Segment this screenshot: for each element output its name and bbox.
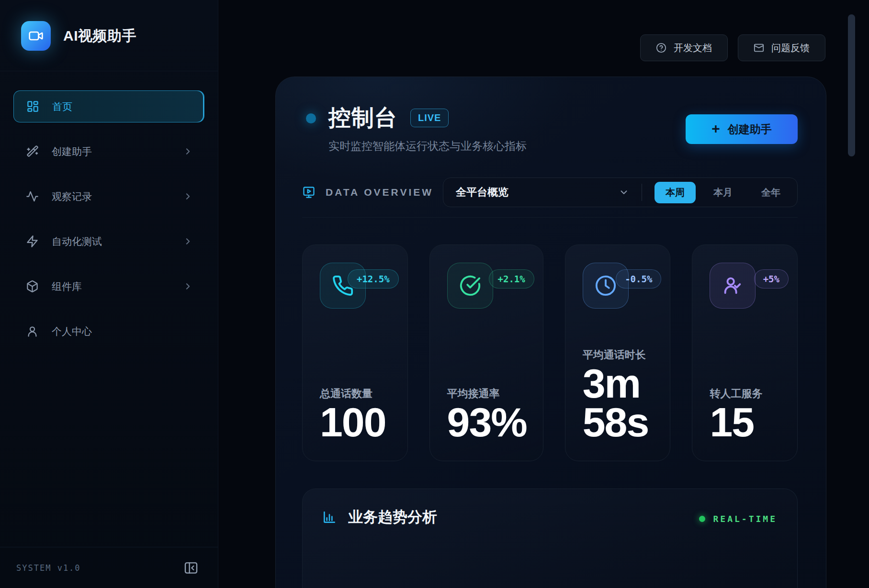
sidebar-item-label: 组件库 xyxy=(52,280,82,293)
sidebar-item-observation-records[interactable]: 观察记录 xyxy=(13,180,204,212)
realtime-dot xyxy=(699,516,705,522)
help-circle-icon xyxy=(656,43,666,53)
console-header: 控制台 LIVE 实时监控智能体运行状态与业务核心指标 + 创建助手 xyxy=(302,103,798,154)
sidebar: AI视频助手 首页 创建助手 观察记录 xyxy=(0,0,218,588)
feedback-label: 问题反馈 xyxy=(771,42,810,55)
stat-value: 15 xyxy=(710,403,781,442)
live-badge: LIVE xyxy=(410,109,449,127)
sidebar-footer: SYSTEM v1.0 xyxy=(0,547,218,588)
overview-controls: 全平台概览 本周 本月 全年 xyxy=(443,178,798,207)
chevron-down-icon[interactable] xyxy=(619,187,629,198)
sidebar-item-home[interactable]: 首页 xyxy=(13,90,204,122)
sidebar-item-label: 个人中心 xyxy=(52,325,92,338)
delta-badge: +2.1% xyxy=(489,269,534,288)
tab-this-year[interactable]: 全年 xyxy=(750,182,791,203)
top-actions: 开发文档 问题反馈 xyxy=(640,34,825,61)
stat-value-line2: 58s xyxy=(583,403,654,442)
stat-value: 93% xyxy=(447,403,527,442)
chevron-right-icon xyxy=(183,281,193,291)
sidebar-item-component-library[interactable]: 组件库 xyxy=(13,270,204,302)
sidebar-item-create-assistant[interactable]: 创建助手 xyxy=(13,135,204,167)
console-panel: 控制台 LIVE 实时监控智能体运行状态与业务核心指标 + 创建助手 DATA … xyxy=(275,77,826,588)
dev-docs-button[interactable]: 开发文档 xyxy=(640,34,728,61)
stat-card-answer-rate: +2.1% 平均接通率 93% xyxy=(429,244,543,461)
dev-docs-label: 开发文档 xyxy=(674,42,712,55)
panel-collapse-icon xyxy=(183,560,199,576)
data-overview-label: DATA OVERVIEW xyxy=(326,187,433,198)
overview-divider xyxy=(302,217,798,218)
monitor-play-icon xyxy=(302,186,316,199)
sidebar-item-automated-testing[interactable]: 自动化测试 xyxy=(13,225,204,257)
stat-value: 100 xyxy=(320,403,391,442)
trend-section: 业务趋势分析 REAL-TIME xyxy=(302,488,798,588)
sidebar-item-profile[interactable]: 个人中心 xyxy=(13,315,204,347)
realtime-status: REAL-TIME xyxy=(699,514,777,524)
delta-badge: -0.5% xyxy=(616,269,661,288)
page-subtitle: 实时监控智能体运行状态与业务核心指标 xyxy=(328,139,527,154)
platform-filter-dropdown[interactable]: 全平台概览 xyxy=(456,185,508,200)
tab-this-month[interactable]: 本月 xyxy=(702,182,744,203)
magic-wand-icon xyxy=(26,145,39,158)
stat-card-avg-duration: -0.5% 平均通话时长 3m 58s xyxy=(565,244,671,461)
chevron-right-icon xyxy=(183,191,193,201)
sidebar-item-label: 自动化测试 xyxy=(52,235,102,248)
check-circle-icon xyxy=(447,263,493,309)
main-area: 开发文档 问题反馈 控制台 LIVE 实时监控智能体运行状态与业务核心指标 + … xyxy=(218,0,869,588)
user-icon xyxy=(26,325,39,338)
controls-separator xyxy=(642,184,642,201)
app-title: AI视频助手 xyxy=(63,26,136,46)
mail-icon xyxy=(754,43,764,53)
system-version: SYSTEM v1.0 xyxy=(16,563,81,573)
lightning-icon xyxy=(26,235,39,248)
create-assistant-label: 创建助手 xyxy=(728,122,772,137)
stat-cards: +12.5% 总通话数量 100 +2.1% 平均接通率 93% -0.5% 平… xyxy=(302,244,798,461)
period-tabs: 本周 本月 全年 xyxy=(655,182,791,203)
chevron-right-icon xyxy=(183,146,193,156)
create-assistant-button[interactable]: + 创建助手 xyxy=(686,114,798,144)
trend-title: 业务趋势分析 xyxy=(348,507,437,527)
tab-this-week[interactable]: 本周 xyxy=(655,182,696,203)
scrollbar-thumb[interactable] xyxy=(848,14,855,156)
data-overview-row: DATA OVERVIEW 全平台概览 本周 本月 全年 xyxy=(302,178,798,207)
app-logo xyxy=(21,21,51,51)
cube-icon xyxy=(26,280,39,293)
app-logo-row: AI视频助手 xyxy=(0,0,218,71)
stat-card-human-transfer: +5% 转人工服务 15 xyxy=(692,244,798,461)
sidebar-item-label: 创建助手 xyxy=(52,145,92,158)
activity-icon xyxy=(26,190,39,203)
delta-badge: +5% xyxy=(754,269,789,288)
chevron-right-icon xyxy=(183,236,193,246)
collapse-sidebar-button[interactable] xyxy=(181,558,201,577)
sidebar-nav: 首页 创建助手 观察记录 自动化测试 xyxy=(0,71,218,347)
stat-value: 3m 58s xyxy=(583,364,654,442)
feedback-button[interactable]: 问题反馈 xyxy=(738,34,825,61)
stat-card-total-calls: +12.5% 总通话数量 100 xyxy=(302,244,408,461)
plus-icon: + xyxy=(711,122,720,136)
bar-chart-icon xyxy=(322,510,337,525)
stat-value-line1: 3m xyxy=(583,364,654,403)
dashboard-icon xyxy=(26,100,39,113)
sidebar-item-label: 首页 xyxy=(52,100,72,113)
video-camera-icon xyxy=(28,28,44,44)
page-title: 控制台 xyxy=(328,103,397,133)
delta-badge: +12.5% xyxy=(348,269,399,288)
user-check-icon xyxy=(710,263,756,309)
sidebar-item-label: 观察记录 xyxy=(52,190,92,203)
realtime-label: REAL-TIME xyxy=(713,514,777,524)
platform-filter-value: 全平台概览 xyxy=(456,185,508,200)
status-dot xyxy=(306,113,316,123)
